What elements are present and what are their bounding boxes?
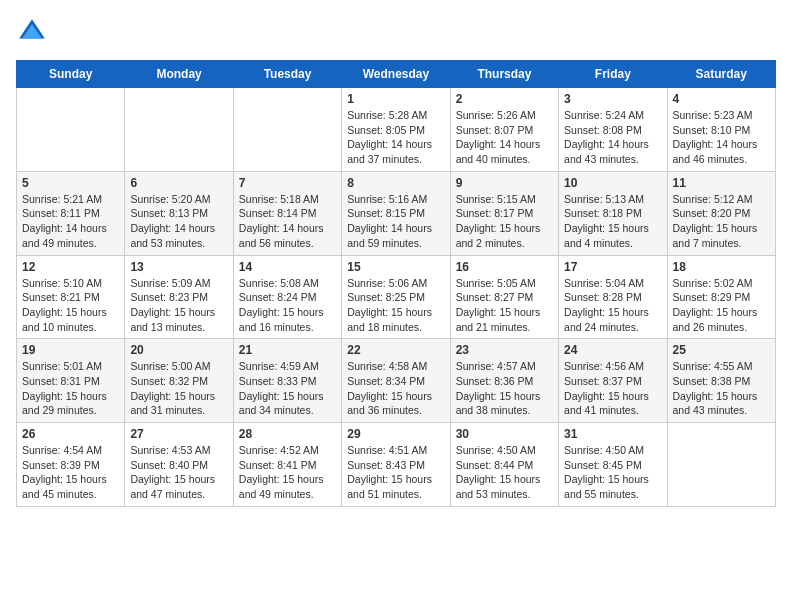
week-row-5: 26Sunrise: 4:54 AM Sunset: 8:39 PM Dayli…	[17, 423, 776, 507]
day-number: 19	[22, 343, 119, 357]
day-number: 22	[347, 343, 444, 357]
calendar-cell: 14Sunrise: 5:08 AM Sunset: 8:24 PM Dayli…	[233, 255, 341, 339]
calendar-cell: 18Sunrise: 5:02 AM Sunset: 8:29 PM Dayli…	[667, 255, 775, 339]
day-number: 3	[564, 92, 661, 106]
day-info: Sunrise: 5:02 AM Sunset: 8:29 PM Dayligh…	[673, 276, 770, 335]
calendar-cell: 16Sunrise: 5:05 AM Sunset: 8:27 PM Dayli…	[450, 255, 558, 339]
calendar-cell: 4Sunrise: 5:23 AM Sunset: 8:10 PM Daylig…	[667, 88, 775, 172]
day-info: Sunrise: 5:10 AM Sunset: 8:21 PM Dayligh…	[22, 276, 119, 335]
day-info: Sunrise: 4:53 AM Sunset: 8:40 PM Dayligh…	[130, 443, 227, 502]
day-number: 7	[239, 176, 336, 190]
day-number: 1	[347, 92, 444, 106]
page-header	[16, 16, 776, 48]
day-info: Sunrise: 5:08 AM Sunset: 8:24 PM Dayligh…	[239, 276, 336, 335]
calendar-cell: 13Sunrise: 5:09 AM Sunset: 8:23 PM Dayli…	[125, 255, 233, 339]
day-number: 21	[239, 343, 336, 357]
col-header-tuesday: Tuesday	[233, 61, 341, 88]
week-row-1: 1Sunrise: 5:28 AM Sunset: 8:05 PM Daylig…	[17, 88, 776, 172]
day-number: 18	[673, 260, 770, 274]
day-info: Sunrise: 5:09 AM Sunset: 8:23 PM Dayligh…	[130, 276, 227, 335]
calendar-cell: 11Sunrise: 5:12 AM Sunset: 8:20 PM Dayli…	[667, 171, 775, 255]
calendar-cell: 15Sunrise: 5:06 AM Sunset: 8:25 PM Dayli…	[342, 255, 450, 339]
day-number: 16	[456, 260, 553, 274]
calendar-cell: 24Sunrise: 4:56 AM Sunset: 8:37 PM Dayli…	[559, 339, 667, 423]
calendar-cell: 23Sunrise: 4:57 AM Sunset: 8:36 PM Dayli…	[450, 339, 558, 423]
day-info: Sunrise: 5:21 AM Sunset: 8:11 PM Dayligh…	[22, 192, 119, 251]
calendar-cell: 3Sunrise: 5:24 AM Sunset: 8:08 PM Daylig…	[559, 88, 667, 172]
day-info: Sunrise: 5:28 AM Sunset: 8:05 PM Dayligh…	[347, 108, 444, 167]
day-number: 12	[22, 260, 119, 274]
calendar-cell: 30Sunrise: 4:50 AM Sunset: 8:44 PM Dayli…	[450, 423, 558, 507]
day-number: 9	[456, 176, 553, 190]
calendar-cell	[233, 88, 341, 172]
calendar-cell: 17Sunrise: 5:04 AM Sunset: 8:28 PM Dayli…	[559, 255, 667, 339]
day-number: 25	[673, 343, 770, 357]
calendar-cell: 8Sunrise: 5:16 AM Sunset: 8:15 PM Daylig…	[342, 171, 450, 255]
day-number: 17	[564, 260, 661, 274]
day-info: Sunrise: 4:50 AM Sunset: 8:45 PM Dayligh…	[564, 443, 661, 502]
week-row-2: 5Sunrise: 5:21 AM Sunset: 8:11 PM Daylig…	[17, 171, 776, 255]
day-number: 8	[347, 176, 444, 190]
calendar-cell: 27Sunrise: 4:53 AM Sunset: 8:40 PM Dayli…	[125, 423, 233, 507]
calendar-cell: 31Sunrise: 4:50 AM Sunset: 8:45 PM Dayli…	[559, 423, 667, 507]
day-info: Sunrise: 5:12 AM Sunset: 8:20 PM Dayligh…	[673, 192, 770, 251]
day-number: 10	[564, 176, 661, 190]
day-number: 20	[130, 343, 227, 357]
day-info: Sunrise: 5:13 AM Sunset: 8:18 PM Dayligh…	[564, 192, 661, 251]
calendar-table: SundayMondayTuesdayWednesdayThursdayFrid…	[16, 60, 776, 507]
day-number: 24	[564, 343, 661, 357]
day-info: Sunrise: 5:01 AM Sunset: 8:31 PM Dayligh…	[22, 359, 119, 418]
day-info: Sunrise: 4:59 AM Sunset: 8:33 PM Dayligh…	[239, 359, 336, 418]
day-info: Sunrise: 5:00 AM Sunset: 8:32 PM Dayligh…	[130, 359, 227, 418]
day-info: Sunrise: 5:24 AM Sunset: 8:08 PM Dayligh…	[564, 108, 661, 167]
logo	[16, 16, 52, 48]
day-number: 4	[673, 92, 770, 106]
day-info: Sunrise: 4:52 AM Sunset: 8:41 PM Dayligh…	[239, 443, 336, 502]
col-header-monday: Monday	[125, 61, 233, 88]
day-info: Sunrise: 4:50 AM Sunset: 8:44 PM Dayligh…	[456, 443, 553, 502]
day-number: 11	[673, 176, 770, 190]
day-number: 2	[456, 92, 553, 106]
col-header-friday: Friday	[559, 61, 667, 88]
day-info: Sunrise: 5:05 AM Sunset: 8:27 PM Dayligh…	[456, 276, 553, 335]
day-number: 29	[347, 427, 444, 441]
day-number: 30	[456, 427, 553, 441]
day-number: 14	[239, 260, 336, 274]
day-info: Sunrise: 5:23 AM Sunset: 8:10 PM Dayligh…	[673, 108, 770, 167]
calendar-cell: 9Sunrise: 5:15 AM Sunset: 8:17 PM Daylig…	[450, 171, 558, 255]
calendar-cell: 29Sunrise: 4:51 AM Sunset: 8:43 PM Dayli…	[342, 423, 450, 507]
day-number: 6	[130, 176, 227, 190]
day-number: 23	[456, 343, 553, 357]
day-info: Sunrise: 5:04 AM Sunset: 8:28 PM Dayligh…	[564, 276, 661, 335]
calendar-cell: 2Sunrise: 5:26 AM Sunset: 8:07 PM Daylig…	[450, 88, 558, 172]
day-info: Sunrise: 5:16 AM Sunset: 8:15 PM Dayligh…	[347, 192, 444, 251]
calendar-cell	[17, 88, 125, 172]
day-info: Sunrise: 5:18 AM Sunset: 8:14 PM Dayligh…	[239, 192, 336, 251]
day-number: 31	[564, 427, 661, 441]
day-number: 15	[347, 260, 444, 274]
col-header-thursday: Thursday	[450, 61, 558, 88]
day-number: 27	[130, 427, 227, 441]
calendar-cell: 12Sunrise: 5:10 AM Sunset: 8:21 PM Dayli…	[17, 255, 125, 339]
day-info: Sunrise: 4:58 AM Sunset: 8:34 PM Dayligh…	[347, 359, 444, 418]
calendar-cell: 21Sunrise: 4:59 AM Sunset: 8:33 PM Dayli…	[233, 339, 341, 423]
day-info: Sunrise: 5:06 AM Sunset: 8:25 PM Dayligh…	[347, 276, 444, 335]
calendar-cell: 28Sunrise: 4:52 AM Sunset: 8:41 PM Dayli…	[233, 423, 341, 507]
calendar-cell: 10Sunrise: 5:13 AM Sunset: 8:18 PM Dayli…	[559, 171, 667, 255]
calendar-cell: 19Sunrise: 5:01 AM Sunset: 8:31 PM Dayli…	[17, 339, 125, 423]
day-info: Sunrise: 5:20 AM Sunset: 8:13 PM Dayligh…	[130, 192, 227, 251]
day-info: Sunrise: 4:56 AM Sunset: 8:37 PM Dayligh…	[564, 359, 661, 418]
day-info: Sunrise: 5:26 AM Sunset: 8:07 PM Dayligh…	[456, 108, 553, 167]
calendar-cell: 5Sunrise: 5:21 AM Sunset: 8:11 PM Daylig…	[17, 171, 125, 255]
day-number: 5	[22, 176, 119, 190]
logo-icon	[16, 16, 48, 48]
calendar-cell: 22Sunrise: 4:58 AM Sunset: 8:34 PM Dayli…	[342, 339, 450, 423]
calendar-cell: 7Sunrise: 5:18 AM Sunset: 8:14 PM Daylig…	[233, 171, 341, 255]
day-number: 28	[239, 427, 336, 441]
week-row-4: 19Sunrise: 5:01 AM Sunset: 8:31 PM Dayli…	[17, 339, 776, 423]
calendar-cell: 1Sunrise: 5:28 AM Sunset: 8:05 PM Daylig…	[342, 88, 450, 172]
calendar-cell: 20Sunrise: 5:00 AM Sunset: 8:32 PM Dayli…	[125, 339, 233, 423]
day-info: Sunrise: 4:54 AM Sunset: 8:39 PM Dayligh…	[22, 443, 119, 502]
day-info: Sunrise: 5:15 AM Sunset: 8:17 PM Dayligh…	[456, 192, 553, 251]
calendar-cell: 25Sunrise: 4:55 AM Sunset: 8:38 PM Dayli…	[667, 339, 775, 423]
